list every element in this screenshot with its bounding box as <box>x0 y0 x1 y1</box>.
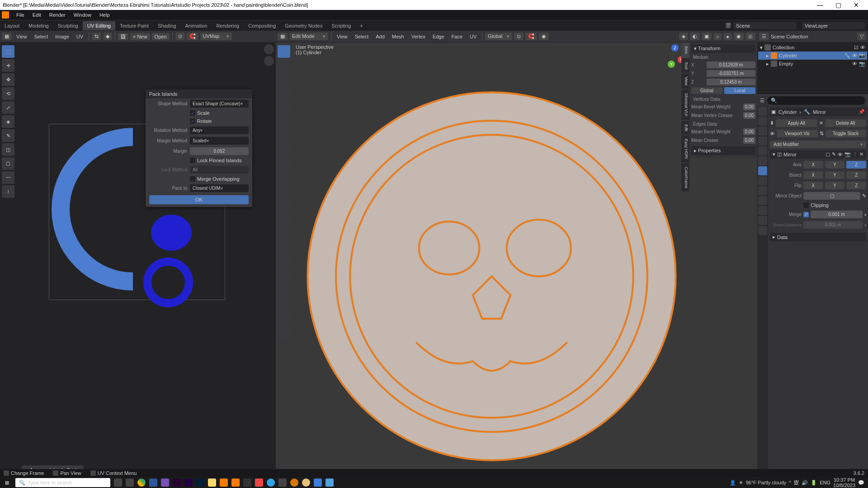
menu-file[interactable]: File <box>13 11 28 19</box>
vp-menu-add[interactable]: Add <box>373 33 387 40</box>
mesh-select-mode-icon[interactable]: ◈ <box>679 33 688 40</box>
delete-all-button[interactable]: Delete All <box>825 119 867 127</box>
xray-toggle-icon[interactable]: ▣ <box>702 33 712 40</box>
workspace-scripting[interactable]: Scripting <box>327 21 355 30</box>
taskbar-blender2-icon[interactable] <box>230 477 241 488</box>
minimize-button[interactable]: — <box>811 0 829 10</box>
uv-tool-select-box-icon[interactable]: ⬚ <box>2 45 14 58</box>
margin-slider[interactable]: 0.052 <box>190 147 249 155</box>
tool-bevel-icon[interactable] <box>278 199 290 212</box>
uv-tool-relax-icon[interactable]: 〰 <box>2 171 14 184</box>
tool-shrink-icon[interactable] <box>278 297 290 310</box>
snap-icon[interactable]: 🧲 <box>187 33 198 40</box>
proptab-scene-icon[interactable] <box>758 136 767 145</box>
proptab-texture-icon[interactable] <box>758 226 767 235</box>
taskbar-word-icon[interactable] <box>147 477 159 488</box>
scene-name[interactable]: Scene <box>733 22 797 29</box>
proportional-edit-icon[interactable]: ◉ <box>539 33 549 40</box>
uv-tool-rotate-icon[interactable]: ⟲ <box>2 87 14 100</box>
pin-icon[interactable]: 📌 <box>859 109 865 115</box>
proptab-particles-icon[interactable] <box>758 176 767 185</box>
margin-method-dropdown[interactable]: Scaled <box>190 137 249 145</box>
tray-battery-icon[interactable]: 🔋 <box>811 480 817 486</box>
tool-scale-icon[interactable] <box>278 101 290 114</box>
tool-knife-icon[interactable] <box>278 227 290 240</box>
add-modifier-dropdown[interactable]: Add Modifier <box>770 141 866 148</box>
outliner-filter-icon[interactable]: ▽ <box>857 33 866 40</box>
transform-orientation[interactable]: Global <box>485 33 512 40</box>
mod-close-icon[interactable]: ✕ <box>859 151 863 157</box>
taskbar-anydesk-icon[interactable] <box>253 477 265 488</box>
tray-network-icon[interactable]: 🕸 <box>794 480 799 485</box>
shading-rendered-icon[interactable]: ◎ <box>745 33 755 40</box>
proptab-data-icon[interactable] <box>758 206 767 215</box>
bisect-y-button[interactable]: Y <box>825 171 845 179</box>
uv-menu-image[interactable]: Image <box>52 33 72 40</box>
mod-display-cage-icon[interactable]: ▢ <box>826 151 830 157</box>
data-subpanel[interactable]: ▸ Data <box>770 233 866 241</box>
overlay-toggle-icon[interactable]: ◐ <box>690 33 700 40</box>
vp-menu-mesh[interactable]: Mesh <box>389 33 407 40</box>
taskbar-chrome-icon[interactable] <box>136 477 147 488</box>
vp-menu-vertex[interactable]: Vertex <box>409 33 428 40</box>
workspace-sculpting[interactable]: Sculpting <box>53 21 83 30</box>
tray-clock[interactable]: 10:37 PM 10/8/2023 <box>833 477 855 488</box>
uv-island-arc[interactable] <box>52 128 133 291</box>
eyedropper-icon[interactable]: ✎ <box>862 193 866 199</box>
restrict-toggle-icon[interactable]: ☑ <box>854 45 859 51</box>
tool-spin-icon[interactable] <box>278 255 290 268</box>
axis-z-button[interactable]: Z <box>846 161 866 169</box>
outliner-empty[interactable]: ▸Empty👁📷 <box>758 60 867 68</box>
tool-shear-icon[interactable] <box>278 311 290 324</box>
uv-tool-annotate-icon[interactable]: ✎ <box>2 129 14 142</box>
mod-display-render-icon[interactable]: 📷 <box>844 151 851 157</box>
proptab-material-icon[interactable] <box>758 216 767 225</box>
tool-add-cube-icon[interactable] <box>278 157 290 170</box>
ntab-view[interactable]: View <box>681 73 689 89</box>
axis-y-button[interactable]: Y <box>825 161 845 169</box>
ok-button[interactable]: OK <box>149 195 249 204</box>
pivot-icon[interactable]: ⊙ <box>175 33 185 40</box>
mod-display-edit-icon[interactable]: ✎ <box>832 151 836 157</box>
visibility-icon[interactable]: 👁 <box>852 53 857 58</box>
properties-header[interactable]: ▸ Properties <box>691 146 755 155</box>
viewlayer-selector[interactable]: ViewLayer <box>799 22 868 29</box>
pivot-point-icon[interactable]: ⊙ <box>514 33 524 40</box>
gizmo-y-axis[interactable]: Y <box>668 61 675 68</box>
transform-header[interactable]: ▾ Transform <box>691 44 755 53</box>
z-value[interactable]: 0.12453 m <box>707 79 755 85</box>
pack-to-dropdown[interactable]: Closest UDIM <box>190 184 249 192</box>
weather-icon[interactable]: ☀ <box>739 480 743 486</box>
weather-text[interactable]: 96°F Partly cloudy <box>746 480 786 485</box>
ntab-colorframe[interactable]: ColorFrame <box>681 163 689 192</box>
close-button[interactable]: ✕ <box>847 0 865 10</box>
ntab-edit[interactable]: Edit <box>681 121 689 136</box>
tool-edge-slide-icon[interactable] <box>278 283 290 296</box>
breadcrumb-modifier[interactable]: Mirror <box>813 109 826 115</box>
tool-select-box-icon[interactable] <box>278 45 290 58</box>
ntab-shortcut[interactable]: Shortcut VUr <box>681 89 689 121</box>
taskbar-premiere-icon[interactable] <box>171 477 183 488</box>
local-button[interactable]: Local <box>724 87 755 94</box>
taskbar-explorer-icon[interactable] <box>206 477 218 488</box>
viewlayer-name[interactable]: ViewLayer <box>802 22 865 29</box>
mirror-object-field[interactable]: ▢ <box>803 192 860 200</box>
shading-material-icon[interactable]: ◉ <box>734 33 744 40</box>
menu-help[interactable]: Help <box>96 11 113 19</box>
proptab-viewlayer-icon[interactable] <box>758 127 767 136</box>
breadcrumb-object[interactable]: Cylinder <box>778 109 797 115</box>
ntab-easyhdri[interactable]: Easy HDRI <box>681 135 689 163</box>
shading-wireframe-icon[interactable]: ○ <box>713 33 722 40</box>
axis-x-button[interactable]: X <box>803 161 823 169</box>
maximize-button[interactable]: ▢ <box>829 0 847 10</box>
taskbar-app3-icon[interactable] <box>288 477 300 488</box>
workspace-layout[interactable]: Layout <box>0 21 24 30</box>
edge-crease-value[interactable]: 0.00 <box>743 137 755 144</box>
scale-checkbox[interactable]: ✓Scale <box>190 110 249 116</box>
taskbar-telegram-icon[interactable] <box>265 477 277 488</box>
clipping-checkbox[interactable]: Clipping <box>803 202 829 208</box>
taskbar-photoshop-icon[interactable] <box>194 477 206 488</box>
apply-all-button[interactable]: Apply All <box>776 119 817 127</box>
image-open-button[interactable]: Open <box>152 33 170 40</box>
start-button[interactable]: ⊞ <box>0 477 14 488</box>
